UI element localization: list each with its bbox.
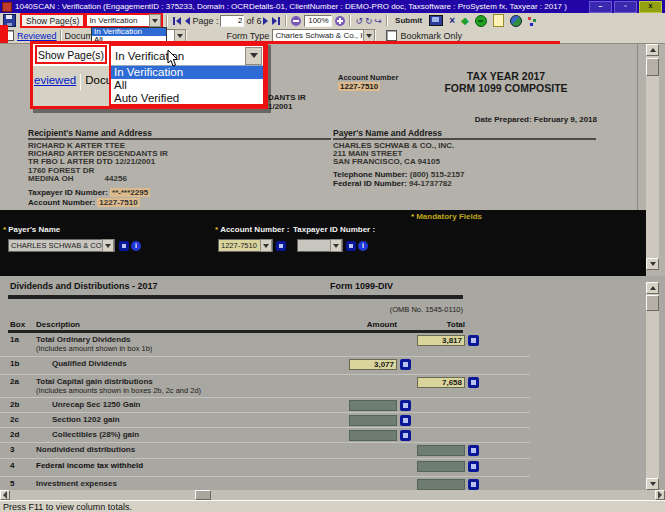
- title-bar: 1040SCAN : Verification (EngagementID : …: [0, 0, 665, 13]
- show-pages-button-magnified[interactable]: Show Page(s): [35, 45, 107, 64]
- horizontal-scrollbar[interactable]: [0, 490, 665, 500]
- field-action-icon[interactable]: [400, 430, 411, 441]
- show-pages-dropdown-magnified[interactable]: In Verification In Verification All Auto…: [109, 44, 265, 106]
- amount-field[interactable]: [349, 415, 397, 426]
- scroll-down-icon[interactable]: [646, 478, 659, 490]
- field-action-icon[interactable]: [468, 335, 479, 346]
- zoom-in-icon[interactable]: [335, 16, 345, 26]
- list-item[interactable]: In Verification: [92, 28, 166, 36]
- scrollbar-thumb[interactable]: [646, 58, 659, 76]
- scrollbar-thumb[interactable]: [646, 295, 659, 311]
- chevron-down-icon[interactable]: [330, 239, 342, 252]
- payer-name-dropdown[interactable]: CHARLES SCHWAB & CO., INC: [8, 239, 115, 252]
- rotate-right-icon[interactable]: ↻: [365, 16, 373, 26]
- red-highlight-bar: [0, 25, 8, 43]
- col-header-box: Box: [10, 320, 25, 329]
- refresh-icon[interactable]: ↪: [375, 16, 383, 26]
- scroll-up-icon[interactable]: [646, 44, 659, 56]
- field-action-icon[interactable]: [119, 241, 129, 251]
- row-desc: Total Ordinary Dividends: [36, 335, 131, 344]
- info-icon[interactable]: i: [131, 241, 141, 251]
- row-box: 1b: [10, 359, 19, 368]
- field-action-icon[interactable]: [400, 359, 411, 370]
- next-page-button[interactable]: [263, 17, 268, 25]
- taxpayer-id-field-label: Taxpayer ID Number :: [293, 225, 375, 234]
- monitor-icon[interactable]: [429, 15, 443, 26]
- amount-field[interactable]: [349, 400, 397, 411]
- bookmark-only-checkbox[interactable]: [386, 30, 397, 41]
- col-header-amount: Amount: [349, 320, 397, 329]
- total-field[interactable]: [417, 479, 465, 490]
- list-item[interactable]: Auto Verified: [111, 92, 263, 105]
- total-field[interactable]: [417, 461, 465, 472]
- mandatory-fields-note: Mandatory Fields: [416, 212, 482, 221]
- chevron-down-icon[interactable]: [260, 239, 272, 252]
- scroll-left-icon[interactable]: [0, 490, 10, 500]
- form-type-value: Charles Schwab & Co., Inc: [273, 31, 363, 40]
- total-field[interactable]: 3,817: [417, 335, 465, 346]
- row-desc: Federal income tax withheld: [36, 461, 143, 470]
- col-header-description: Description: [36, 320, 80, 329]
- prev-page-button[interactable]: [185, 17, 190, 25]
- minimize-button[interactable]: –: [589, 1, 612, 13]
- coin-icon[interactable]: [475, 15, 487, 27]
- diamond-icon[interactable]: ◆: [461, 15, 469, 26]
- chevron-down-icon[interactable]: [149, 14, 161, 27]
- field-action-icon[interactable]: [276, 241, 286, 251]
- taxpayer-id-value: **-***2295: [110, 188, 150, 197]
- scroll-up-icon[interactable]: [646, 282, 659, 294]
- federal-id-value: 94-1737782: [409, 179, 452, 188]
- delete-icon[interactable]: ×: [449, 15, 455, 26]
- share-icon[interactable]: [528, 17, 531, 20]
- scroll-right-icon[interactable]: [655, 490, 665, 500]
- scrollbar-thumb[interactable]: [195, 490, 211, 500]
- account-number-dropdown[interactable]: 1227-7510: [218, 239, 273, 252]
- field-action-icon[interactable]: [468, 461, 479, 472]
- field-action-icon[interactable]: [468, 377, 479, 388]
- chevron-down-icon[interactable]: [245, 47, 262, 65]
- row-desc: Section 1202 gain: [52, 415, 120, 424]
- scroll-down-icon[interactable]: [646, 258, 659, 270]
- document-icon[interactable]: [493, 14, 504, 27]
- app-window: 1040SCAN : Verification (EngagementID : …: [0, 0, 665, 512]
- field-action-icon[interactable]: [468, 445, 479, 456]
- first-page-button[interactable]: [173, 17, 181, 25]
- row-desc: Collectibles (28%) gain: [52, 430, 139, 439]
- globe-icon[interactable]: [510, 15, 522, 27]
- info-icon[interactable]: i: [358, 241, 368, 251]
- row-desc2: (Includes amounts shown in boxes 2b, 2c …: [36, 386, 201, 395]
- page-label: Page :: [192, 16, 218, 26]
- field-action-icon[interactable]: [346, 241, 356, 251]
- total-field[interactable]: 7,658: [417, 377, 465, 388]
- page-input[interactable]: [220, 15, 244, 27]
- page-count-label: of 6: [246, 16, 261, 26]
- document-scrollbar[interactable]: [646, 44, 659, 270]
- field-action-icon[interactable]: [400, 415, 411, 426]
- show-pages-dropdown[interactable]: In Verification: [85, 13, 163, 28]
- table-row: 3 Nondividend distributions: [0, 443, 530, 459]
- total-field[interactable]: [417, 445, 465, 456]
- doc-account2-value: 1227-7510: [97, 198, 139, 207]
- close-button[interactable]: x: [639, 1, 662, 13]
- zoom-out-icon[interactable]: [291, 16, 301, 26]
- show-pages-button[interactable]: Show Page(s): [20, 13, 85, 28]
- field-action-icon[interactable]: [468, 479, 479, 490]
- submit-button[interactable]: Submit: [395, 16, 422, 25]
- maximize-button[interactable]: ▫: [614, 1, 637, 13]
- last-page-button[interactable]: [272, 17, 280, 25]
- payer-name-label: Payer's Name: [8, 225, 60, 234]
- mouse-cursor-icon: [167, 50, 179, 67]
- doc-form-title: FORM 1099 COMPOSITE: [415, 82, 597, 94]
- rotate-left-icon[interactable]: ↺: [355, 16, 363, 26]
- taxpayer-id-dropdown[interactable]: [297, 239, 343, 252]
- chevron-down-icon[interactable]: [102, 239, 114, 252]
- list-item[interactable]: In Verification: [111, 66, 263, 79]
- section-scrollbar[interactable]: [646, 282, 659, 490]
- row-desc: Qualified Dividends: [52, 359, 127, 368]
- list-item[interactable]: All: [111, 79, 263, 92]
- reviewed-link[interactable]: Reviewed: [17, 31, 57, 41]
- toolbar-main: Show Page(s) In Verification Page : of 6…: [0, 13, 665, 28]
- field-action-icon[interactable]: [400, 400, 411, 411]
- amount-field[interactable]: [349, 430, 397, 441]
- amount-field[interactable]: 3,077: [349, 359, 397, 370]
